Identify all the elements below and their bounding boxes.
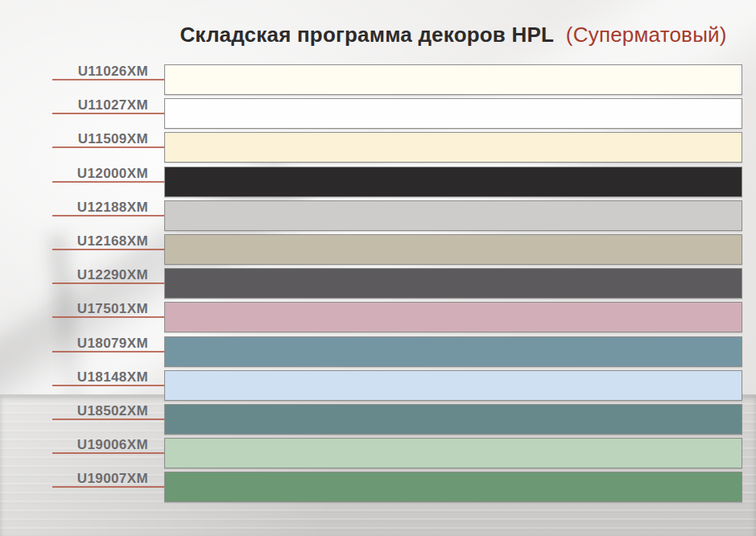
decor-code-label: U17501XM — [77, 302, 148, 315]
color-swatch — [164, 268, 742, 299]
decor-row: U18502XM — [0, 404, 742, 435]
decor-code-label: U11027XM — [78, 98, 148, 112]
color-swatch — [164, 404, 742, 435]
color-swatch — [164, 302, 742, 332]
color-swatch — [164, 234, 742, 265]
color-swatch — [164, 370, 742, 401]
decor-code-label: U11026XM — [78, 64, 148, 78]
decor-row: U11509XM — [0, 132, 742, 163]
decor-code-label: U19007XM — [77, 472, 148, 485]
decor-label-cell: U19007XM — [0, 472, 164, 502]
decor-row: U18148XM — [0, 370, 742, 401]
color-swatch — [164, 132, 742, 163]
catalog-page: Складская программа декоров HPL (Суперма… — [0, 0, 756, 536]
title-accent-text: (Суперматовый) — [566, 23, 727, 47]
color-swatch — [164, 167, 742, 197]
decor-label-cell: U12290XM — [0, 268, 164, 299]
label-underline — [52, 316, 164, 318]
decor-row: U12290XM — [0, 268, 742, 299]
label-underline — [52, 418, 164, 420]
color-swatch — [164, 98, 742, 129]
label-underline — [52, 146, 164, 148]
decor-label-cell: U12000XM — [0, 167, 164, 197]
decor-row: U12168XM — [0, 234, 742, 265]
label-underline — [52, 181, 164, 183]
decor-code-label: U12000XM — [77, 167, 148, 180]
label-underline — [52, 351, 164, 353]
label-underline — [52, 249, 164, 250]
decor-label-cell: U18079XM — [0, 336, 164, 367]
decor-code-label: U12188XM — [77, 200, 148, 214]
page-title: Складская программа декоров HPL (Суперма… — [164, 21, 742, 48]
decor-list: U11026XM U11027XM U11509XM U12000XM U121… — [0, 64, 742, 502]
title-main-text: Складская программа декоров HPL — [180, 23, 553, 47]
decor-row: U12000XM — [0, 167, 742, 197]
label-underline — [52, 79, 164, 80]
label-underline — [52, 385, 164, 386]
decor-label-cell: U19006XM — [0, 438, 164, 468]
label-underline — [52, 486, 164, 488]
color-swatch — [164, 472, 742, 502]
decor-label-cell: U11509XM — [0, 132, 164, 163]
decor-label-cell: U18502XM — [0, 404, 164, 435]
decor-code-label: U12290XM — [77, 268, 148, 282]
decor-label-cell: U12168XM — [0, 234, 164, 265]
color-swatch — [164, 64, 742, 95]
decor-code-label: U18079XM — [77, 336, 148, 350]
label-underline — [52, 452, 164, 454]
decor-code-label: U11509XM — [78, 132, 148, 146]
decor-row: U18079XM — [0, 336, 742, 367]
label-underline — [52, 282, 164, 284]
color-swatch — [164, 438, 742, 468]
decor-label-cell: U18148XM — [0, 370, 164, 401]
decor-code-label: U12168XM — [77, 234, 148, 248]
color-swatch — [164, 200, 742, 231]
decor-row: U11026XM — [0, 64, 742, 95]
decor-label-cell: U12188XM — [0, 200, 164, 231]
decor-row: U17501XM — [0, 302, 742, 332]
label-underline — [52, 113, 164, 114]
decor-label-cell: U11027XM — [0, 98, 164, 129]
decor-row: U11027XM — [0, 98, 742, 129]
decor-code-label: U19006XM — [77, 438, 148, 451]
decor-code-label: U18148XM — [77, 370, 148, 384]
decor-row: U19006XM — [0, 438, 742, 468]
decor-code-label: U18502XM — [77, 404, 148, 418]
decor-row: U19007XM — [0, 472, 742, 502]
decor-label-cell: U11026XM — [0, 64, 164, 95]
decor-row: U12188XM — [0, 200, 742, 231]
decor-label-cell: U17501XM — [0, 302, 164, 332]
color-swatch — [164, 336, 742, 367]
label-underline — [52, 215, 164, 216]
